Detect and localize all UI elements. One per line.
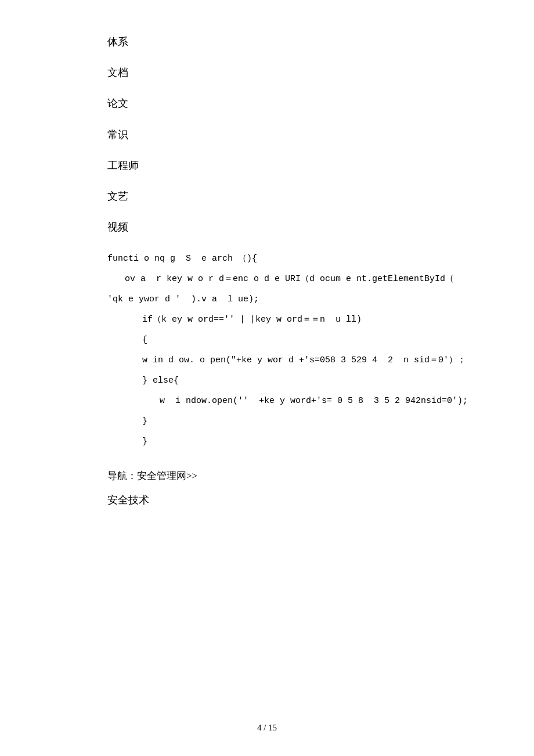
nav-item-7[interactable]: 视频 <box>107 220 499 235</box>
nav-item-4[interactable]: 常识 <box>107 128 499 142</box>
nav-list: 体系 文档 论文 常识 工程师 文艺 视频 <box>107 35 499 235</box>
code-line-7: } else{ <box>107 373 499 388</box>
code-line-10: } <box>107 434 499 449</box>
code-line-6: w in d ow. o pen("+ke y wor d +'s=058 3 … <box>107 352 499 368</box>
code-line-5: { <box>107 332 499 348</box>
code-block: functi o nq g S e arch （){ ov a r key w … <box>107 251 499 449</box>
nav-item-1[interactable]: 体系 <box>107 35 499 49</box>
page-footer: 4 / 15 <box>0 723 534 733</box>
code-line-8: w i ndow.open('' +ke y word+'s= 0 5 8 3 … <box>107 393 499 409</box>
code-line-4: if（k ey w ord=='' | |key w ord＝＝n u ll) <box>107 312 499 327</box>
pagination: 4 / 15 <box>257 723 277 732</box>
code-line-2: ov a r key w o r d＝enc o d e URI（d ocum … <box>107 271 499 287</box>
nav-item-2[interactable]: 文档 <box>107 66 499 80</box>
content-area: 体系 文档 论文 常识 工程师 文艺 视频 functi o nq g S e … <box>107 35 499 507</box>
nav-item-5[interactable]: 工程师 <box>107 159 499 173</box>
code-line-3: 'qk e ywor d ' ).v a l ue); <box>107 291 499 307</box>
page-container: 体系 文档 论文 常识 工程师 文艺 视频 functi o nq g S e … <box>0 0 534 756</box>
code-line-1: functi o nq g S e arch （){ <box>107 251 499 267</box>
breadcrumb[interactable]: 导航：安全管理网>> <box>107 469 499 483</box>
nav-item-6[interactable]: 文艺 <box>107 189 499 204</box>
code-line-9: } <box>107 413 499 429</box>
section-title: 安全技术 <box>107 493 499 507</box>
nav-item-3[interactable]: 论文 <box>107 96 499 111</box>
